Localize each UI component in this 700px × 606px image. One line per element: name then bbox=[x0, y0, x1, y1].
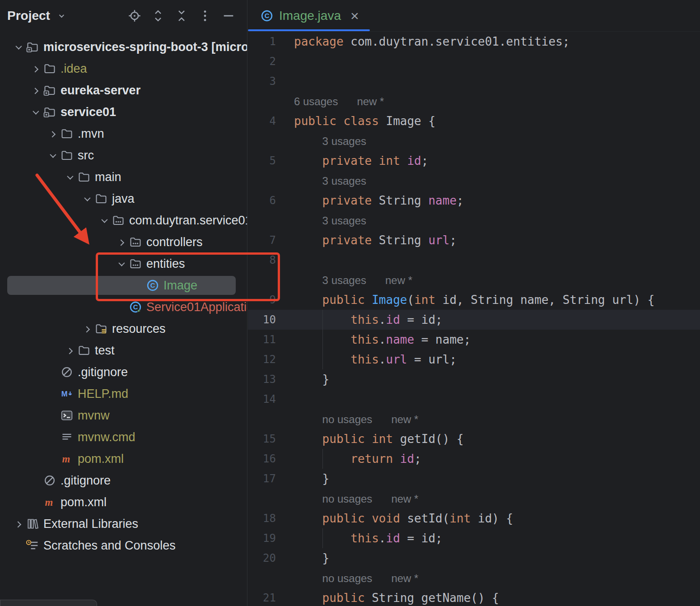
code-vision-hint-row[interactable]: no usagesnew * bbox=[248, 568, 700, 588]
code-vision-hint-row[interactable]: 3 usages bbox=[248, 210, 700, 230]
expand-all-icon[interactable] bbox=[151, 9, 165, 23]
chevron-down-icon[interactable] bbox=[79, 192, 95, 205]
code-vision-hint-row[interactable]: no usagesnew * bbox=[248, 409, 700, 429]
chevron-down-icon[interactable] bbox=[96, 214, 112, 227]
usage-hint[interactable]: 3 usages bbox=[322, 214, 366, 227]
chevron-spacer bbox=[27, 474, 43, 487]
code-vision-hint-row[interactable]: 3 usages bbox=[248, 171, 700, 191]
chevron-right-icon[interactable] bbox=[10, 517, 26, 530]
tree-item-gitignore[interactable]: .gitignore bbox=[0, 470, 247, 491]
usage-hint[interactable]: no usages bbox=[322, 493, 373, 505]
tree-item-mvnw-cmd[interactable]: mvnw.cmd bbox=[0, 426, 247, 448]
usage-hint[interactable]: 3 usages bbox=[322, 135, 366, 147]
code-line-12[interactable]: 12 this.url = url; bbox=[248, 350, 700, 369]
code-line-18[interactable]: 18 public void setId(int id) { bbox=[248, 508, 700, 528]
close-tab-icon[interactable]: × bbox=[350, 9, 359, 23]
module-folder-icon bbox=[26, 41, 39, 53]
code-line-2[interactable]: 2 bbox=[248, 51, 700, 71]
tree-item-label: .gitignore bbox=[78, 365, 128, 379]
code-line-9[interactable]: 9 public Image(int id, String name, Stri… bbox=[248, 290, 700, 310]
code-line-13[interactable]: 13 } bbox=[248, 369, 700, 389]
usage-hint[interactable]: 3 usages bbox=[322, 175, 366, 187]
chevron-right-icon[interactable] bbox=[79, 322, 95, 335]
folder-icon bbox=[43, 62, 56, 75]
more-options-icon[interactable] bbox=[198, 9, 212, 23]
code-vision-hint-row[interactable]: no usagesnew * bbox=[248, 489, 700, 508]
tree-item-com-duytran-service01[interactable]: com.duytran.service01 bbox=[0, 210, 247, 231]
tree-item-image[interactable]: CImage bbox=[0, 275, 247, 296]
tree-item-label: entities bbox=[146, 257, 185, 271]
chevron-down-icon[interactable] bbox=[10, 41, 26, 53]
chevron-down-icon[interactable] bbox=[44, 149, 61, 162]
usage-hint[interactable]: new * bbox=[357, 95, 384, 107]
code-line-20[interactable]: 20 } bbox=[248, 548, 700, 568]
chevron-right-icon[interactable] bbox=[27, 84, 43, 97]
code-line-11[interactable]: 11 this.name = name; bbox=[248, 330, 700, 350]
code-line-15[interactable]: 15 public int getId() { bbox=[248, 429, 700, 449]
usage-hint[interactable]: new * bbox=[391, 413, 418, 425]
tree-item-mvnw[interactable]: mvnw bbox=[0, 405, 247, 426]
tree-item-idea[interactable]: .idea bbox=[0, 58, 247, 79]
tree-item-entities[interactable]: entities bbox=[0, 253, 247, 275]
code-line-8[interactable]: 8 bbox=[248, 250, 700, 270]
usage-hint[interactable]: new * bbox=[385, 274, 412, 286]
collapse-all-icon[interactable] bbox=[175, 9, 188, 23]
code-vision-hint-row[interactable]: 3 usagesnew * bbox=[248, 270, 700, 290]
code-line-19[interactable]: 19 this.id = id; bbox=[248, 528, 700, 548]
code-line-6[interactable]: 6 private String name; bbox=[248, 191, 700, 210]
usage-hint[interactable]: 3 usages bbox=[322, 274, 366, 286]
chevron-down-icon[interactable] bbox=[27, 106, 43, 118]
tree-item-src[interactable]: src bbox=[0, 145, 247, 166]
code-line-10[interactable]: 10 this.id = id; bbox=[248, 310, 700, 330]
code-line-4[interactable]: 4public class Image { bbox=[248, 111, 700, 131]
tree-item-scratches-and-consoles[interactable]: Scratches and Consoles bbox=[0, 535, 247, 556]
code-line-16[interactable]: 16 return id; bbox=[248, 449, 700, 469]
usage-hint[interactable]: no usages bbox=[322, 572, 373, 584]
tree-item-help-md[interactable]: MHELP.md bbox=[0, 383, 247, 405]
code-line-3[interactable]: 3 bbox=[248, 71, 700, 91]
module-folder-icon bbox=[43, 106, 56, 118]
code-vision-hint-row[interactable]: 3 usages bbox=[248, 131, 700, 151]
code-line-1[interactable]: 1package com.duytran.service01.entities; bbox=[248, 32, 700, 51]
tree-item-external-libraries[interactable]: External Libraries bbox=[0, 513, 247, 535]
hide-panel-icon[interactable] bbox=[222, 9, 235, 23]
tree-item-test[interactable]: test bbox=[0, 340, 247, 361]
chevron-down-icon[interactable] bbox=[113, 257, 129, 270]
tree-item-main[interactable]: main bbox=[0, 166, 247, 188]
tree-item-microservices-spring-boot-3-microse[interactable]: microservices-spring-boot-3 [microse bbox=[0, 36, 247, 58]
tree-item-eureka-server[interactable]: eureka-server bbox=[0, 79, 247, 101]
tree-item-service01[interactable]: service01 bbox=[0, 101, 247, 123]
chevron-right-icon[interactable] bbox=[61, 344, 78, 357]
tree-item-label: main bbox=[95, 170, 121, 184]
chevron-right-icon[interactable] bbox=[44, 127, 61, 140]
tree-item-gitignore[interactable]: .gitignore bbox=[0, 361, 247, 383]
tab-image-java[interactable]: C Image.java × bbox=[248, 0, 370, 31]
usage-hint[interactable]: no usages bbox=[322, 413, 373, 425]
code-line-5[interactable]: 5 private int id; bbox=[248, 151, 700, 171]
chevron-right-icon[interactable] bbox=[27, 62, 43, 75]
svg-text:C: C bbox=[133, 303, 138, 311]
tree-item-label: mvnw.cmd bbox=[78, 430, 135, 444]
code-line-17[interactable]: 17 } bbox=[248, 469, 700, 489]
usage-hint[interactable]: new * bbox=[391, 493, 418, 505]
locate-icon[interactable] bbox=[128, 9, 141, 23]
usage-hint[interactable]: new * bbox=[391, 572, 418, 584]
svg-text:M: M bbox=[61, 390, 68, 398]
tree-item-resources[interactable]: resources bbox=[0, 318, 247, 340]
code-line-7[interactable]: 7 private String url; bbox=[248, 230, 700, 250]
tree-item-pom-xml[interactable]: mpom.xml bbox=[0, 448, 247, 470]
code-line-14[interactable]: 14 bbox=[248, 389, 700, 409]
line-number: 12 bbox=[248, 353, 276, 366]
project-tool-selector[interactable]: Project bbox=[7, 9, 128, 23]
code-vision-hint-row[interactable]: 6 usagesnew * bbox=[248, 91, 700, 111]
svg-text:C: C bbox=[150, 282, 155, 289]
code-line-21[interactable]: 21 public String getName() { bbox=[248, 588, 700, 606]
usage-hint[interactable]: 6 usages bbox=[294, 95, 338, 107]
chevron-down-icon[interactable] bbox=[61, 171, 78, 183]
tree-item-pom-xml[interactable]: mpom.xml bbox=[0, 491, 247, 513]
tree-item-service01applicatio[interactable]: CService01Applicatio bbox=[0, 296, 247, 318]
tree-item-mvn[interactable]: .mvn bbox=[0, 123, 247, 145]
tree-item-java[interactable]: java bbox=[0, 188, 247, 210]
chevron-right-icon[interactable] bbox=[113, 236, 129, 248]
tree-item-controllers[interactable]: controllers bbox=[0, 231, 247, 253]
